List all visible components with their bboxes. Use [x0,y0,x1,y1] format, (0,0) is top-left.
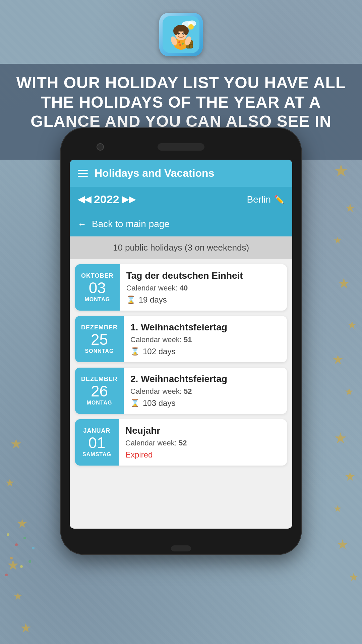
phone-bottom-bar [70,529,292,545]
holiday-month: JANUAR [83,427,110,434]
year-next-button[interactable]: ▶▶ [122,194,135,205]
star-decoration: ★ [345,386,354,397]
back-button-label: Back to main page [92,219,170,229]
holiday-name: Tag der deutschen Einheit [126,270,280,281]
lights-decoration [0,517,67,617]
year-display: 2022 [94,193,119,206]
holiday-day: 26 [91,383,108,400]
holidays-count-text: 10 public holidays (3 on weekends) [113,243,249,253]
phone-mockup: Holidays and Vacations ◀◀ 2022 ▶▶ Berlin… [60,127,302,555]
star-decoration: ★ [334,503,342,514]
back-arrow-icon: ← [78,219,86,229]
star-decoration: ★ [334,161,349,180]
holiday-days-remaining: ⌛ 19 days [126,295,280,305]
holiday-month: DEZEMBER [81,324,118,331]
holiday-list: OKTOBER 03 MONTAG Tag der deutschen Einh… [70,264,292,466]
svg-point-6 [182,43,184,45]
holiday-weekday: MONTAG [84,297,110,303]
star-decoration: ★ [345,201,355,215]
hamburger-line-3 [78,176,88,177]
star-decoration: ★ [334,235,342,246]
holiday-name: 1. Weihnachtsfeiertag [130,322,280,333]
svg-point-5 [178,41,180,43]
city-section[interactable]: Berlin ✏️ [247,194,284,205]
phone-camera [97,143,104,151]
holiday-month: OKTOBER [81,272,114,279]
svg-point-14 [179,33,179,34]
app-title: Holidays and Vacations [95,167,214,179]
holiday-day: 25 [91,331,108,348]
menu-button[interactable] [78,170,88,177]
star-decoration: ★ [349,570,359,584]
svg-point-15 [183,33,184,34]
year-prev-button[interactable]: ◀◀ [78,194,91,205]
holidays-count-bar: 10 public holidays (3 on weekends) [70,236,292,259]
hourglass-icon: ⌛ [130,347,139,356]
phone-top-bar [70,137,292,157]
star-decoration: ★ [338,275,350,291]
back-to-main-button[interactable]: ← Back to main page [70,212,292,236]
phone-home-indicator [171,545,191,551]
app-icon-svg [163,16,199,53]
holiday-info: Neujahr Calendar week: 52 Expired [119,419,287,466]
holiday-info: 1. Weihnachtsfeiertag Calendar week: 51 … [124,316,287,362]
hamburger-line-1 [78,170,88,171]
holiday-card: DEZEMBER 25 SONNTAG 1. Weihnachtsfeierta… [75,316,287,362]
holiday-weekday: MONTAG [87,400,112,406]
hourglass-icon: ⌛ [126,296,135,304]
app-icon [159,13,203,56]
year-navigation: ◀◀ 2022 ▶▶ Berlin ✏️ [70,187,292,212]
phone-screen: Holidays and Vacations ◀◀ 2022 ▶▶ Berlin… [70,160,292,529]
holiday-expired-label: Expired [125,450,280,460]
hourglass-icon: ⌛ [130,399,139,408]
holiday-info: 2. Weihnachtsfeiertag Calendar week: 52 … [124,368,287,414]
svg-point-13 [182,33,184,35]
edit-city-icon[interactable]: ✏️ [274,195,284,204]
star-decoration: ★ [345,470,355,484]
year-left-section: ◀◀ 2022 ▶▶ [78,193,135,206]
holiday-date-block: OKTOBER 03 MONTAG [75,264,120,311]
holiday-day: 03 [89,279,106,297]
holiday-days-remaining: ⌛ 103 days [130,398,280,408]
holiday-date-block: JANUAR 01 SAMSTAG [75,419,119,466]
holiday-card: JANUAR 01 SAMSTAG Neujahr Calendar week:… [75,419,287,466]
holiday-month: DEZEMBER [81,376,118,383]
star-decoration: ★ [337,537,349,552]
holiday-date-block: DEZEMBER 25 SONNTAG [75,316,124,362]
city-name: Berlin [247,194,271,205]
calendar-week: Calendar week: 52 [125,439,280,447]
star-decoration: ★ [332,352,344,367]
star-decoration: ★ [334,429,347,446]
star-decoration: ★ [5,476,15,489]
app-header: Holidays and Vacations [70,160,292,187]
svg-point-12 [178,33,180,35]
svg-point-7 [179,44,181,46]
holiday-name: Neujahr [125,425,280,436]
calendar-week: Calendar week: 51 [130,335,280,344]
holiday-weekday: SAMSTAG [82,451,111,458]
star-decoration: ★ [347,319,357,331]
holiday-card: DEZEMBER 26 MONTAG 2. Weihnachtsfeiertag… [75,368,287,414]
calendar-week: Calendar week: 52 [130,387,280,396]
svg-point-3 [188,24,194,30]
holiday-date-block: DEZEMBER 26 MONTAG [75,368,124,414]
holiday-card: OKTOBER 03 MONTAG Tag der deutschen Einh… [75,264,287,311]
phone-speaker [158,143,204,151]
holiday-weekday: SONNTAG [85,348,114,354]
star-decoration: ★ [20,621,32,635]
phone-frame: Holidays and Vacations ◀◀ 2022 ▶▶ Berlin… [60,127,302,555]
star-decoration: ★ [10,436,22,451]
holiday-days-remaining: ⌛ 102 days [130,347,280,356]
calendar-week: Calendar week: 40 [126,284,280,292]
hamburger-line-2 [78,173,88,174]
holiday-day: 01 [88,434,105,451]
holiday-info: Tag der deutschen Einheit Calendar week:… [120,264,287,311]
holiday-name: 2. Weihnachtsfeiertag [130,374,280,384]
app-icon-wrapper [159,13,203,56]
